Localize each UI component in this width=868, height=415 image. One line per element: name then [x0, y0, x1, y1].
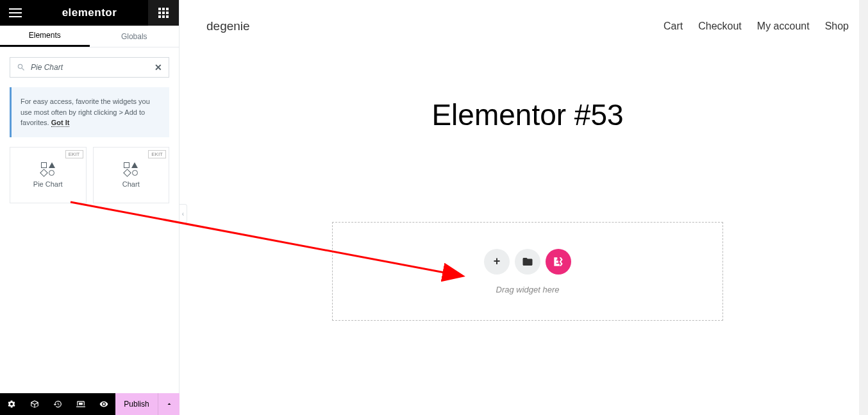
nav-checkout[interactable]: Checkout: [698, 21, 742, 32]
preview-canvas: degenie Cart Checkout My account Shop El…: [187, 0, 868, 415]
tab-elements[interactable]: Elements: [0, 26, 90, 47]
navigator-icon[interactable]: [23, 393, 46, 415]
widgets-grid: EKIT Pie Chart EKIT Chart: [0, 147, 179, 203]
panel-tabs: Elements Globals: [0, 26, 179, 47]
publish-button[interactable]: Publish: [115, 393, 158, 415]
tip-box: For easy access, favorite the widgets yo…: [10, 87, 169, 137]
responsive-icon[interactable]: [69, 393, 92, 415]
template-library-button[interactable]: [515, 249, 540, 275]
search-container: ✕: [0, 47, 179, 87]
apps-icon[interactable]: [148, 0, 179, 26]
clear-search-icon[interactable]: ✕: [154, 62, 162, 72]
site-nav: Cart Checkout My account Shop: [664, 21, 849, 32]
widget-label: Pie Chart: [33, 180, 63, 188]
drop-buttons: +: [484, 249, 571, 275]
menu-icon[interactable]: [0, 0, 31, 26]
search-input[interactable]: [26, 63, 154, 72]
drop-zone[interactable]: + Drag widget here: [332, 222, 723, 321]
site-title[interactable]: degenie: [206, 19, 250, 33]
add-section-button[interactable]: +: [484, 249, 510, 275]
widget-chart[interactable]: EKIT Chart: [93, 147, 170, 203]
bottom-toolbar: Publish: [0, 393, 179, 415]
widget-badge: EKIT: [65, 150, 83, 158]
page-title: Elementor #53: [187, 97, 868, 132]
tip-text: For easy access, favorite the widgets yo…: [21, 97, 150, 126]
search-icon: [17, 63, 26, 72]
preview-icon[interactable]: [92, 393, 115, 415]
shapes-icon: [39, 162, 57, 175]
shapes-icon: [122, 162, 140, 175]
widget-label: Chart: [122, 180, 140, 188]
page-header: degenie Cart Checkout My account Shop: [187, 0, 868, 46]
folder-icon: [522, 256, 533, 267]
scrollbar[interactable]: [859, 0, 868, 415]
nav-cart[interactable]: Cart: [664, 21, 683, 32]
nav-shop[interactable]: Shop: [825, 21, 849, 32]
collapse-panel-button[interactable]: ‹: [179, 204, 187, 223]
search-box: ✕: [10, 57, 169, 78]
logo: elementor: [31, 6, 148, 19]
elementor-sidebar: elementor Elements Globals ✕ For easy ac…: [0, 0, 179, 415]
nav-account[interactable]: My account: [757, 21, 810, 32]
elementskit-button[interactable]: [546, 249, 571, 275]
publish-options-button[interactable]: [158, 393, 179, 415]
settings-icon[interactable]: [0, 393, 23, 415]
history-icon[interactable]: [46, 393, 69, 415]
widget-badge: EKIT: [148, 150, 166, 158]
tab-globals[interactable]: Globals: [90, 26, 179, 47]
sidebar-header: elementor: [0, 0, 179, 26]
drop-text: Drag widget here: [496, 285, 560, 294]
gotit-button[interactable]: Got It: [51, 119, 70, 127]
ek-icon: [552, 255, 565, 268]
widget-pie-chart[interactable]: EKIT Pie Chart: [10, 147, 87, 203]
